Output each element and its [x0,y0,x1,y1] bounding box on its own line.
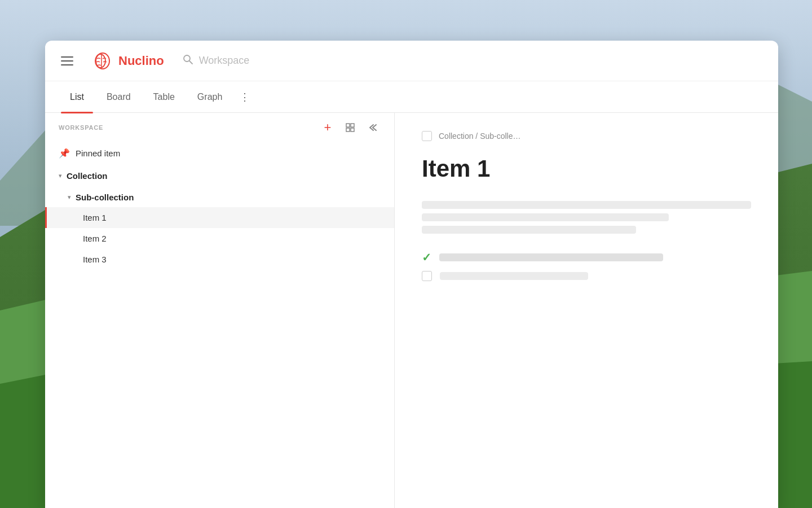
header: Nuclino Workspace [45,41,778,81]
svg-point-6 [95,54,105,68]
app-window: Nuclino Workspace List Board Table Graph… [45,41,778,508]
svg-rect-13 [351,128,354,132]
sub-collection-name: Sub-collection [76,192,369,202]
list-item-1[interactable]: Item 1 [45,207,394,228]
svg-rect-17 [374,194,378,199]
check-empty-box[interactable] [422,271,432,281]
check-done-icon[interactable]: ✓ [422,251,431,264]
svg-rect-11 [351,124,354,127]
checklist-item-2 [422,268,751,284]
checklist-line-2 [440,272,588,280]
tab-graph[interactable]: Graph [188,87,231,107]
sidebar-header: WORKSPACE + [45,113,394,142]
breadcrumb-checkbox[interactable] [422,131,432,141]
checklist-item-1: ✓ [422,247,751,268]
main-content: WORKSPACE + [45,113,778,508]
content-line-2 [422,213,669,221]
tab-table[interactable]: Table [144,87,184,107]
breadcrumb: Collection / Sub-colle… [422,131,751,141]
checklist: ✓ [422,247,751,284]
svg-rect-15 [374,173,378,177]
sidebar-list: 📌 Pinned item ▾ Collection [45,142,394,508]
sub-collection: ▾ Sub-collection Item 1 Item 2 [45,187,394,270]
breadcrumb-text: Collection / Sub-colle… [439,132,521,141]
sidebar-actions: + [320,120,381,135]
add-item-button[interactable]: + [320,120,336,135]
logo-text: Nuclino [118,54,164,68]
item-3-label: Item 3 [83,255,107,264]
list-item-3[interactable]: Item 3 [45,249,394,270]
pinned-item[interactable]: 📌 Pinned item [45,142,394,164]
svg-line-9 [189,61,192,64]
content-line-1 [422,201,751,209]
sidebar: WORKSPACE + [45,113,395,508]
search-icon [182,54,193,68]
expand-button[interactable] [342,120,358,135]
sidebar-title: WORKSPACE [59,124,320,131]
svg-rect-10 [346,124,350,127]
menu-button[interactable] [61,51,81,71]
item-1-label: Item 1 [83,213,107,222]
content-line-3 [422,226,636,234]
pin-icon: 📌 [59,148,70,159]
collection-name: Collection [67,171,369,181]
chevron-down-icon-sub: ▾ [68,194,71,201]
tab-more-button[interactable]: ⋮ [236,88,254,106]
sub-collection-header[interactable]: ▾ Sub-collection [45,187,394,207]
chevron-down-icon: ▾ [59,172,62,179]
collection: ▾ Collection ▾ Sub-collection [45,164,394,270]
collection-header[interactable]: ▾ Collection [45,164,394,187]
tab-list[interactable]: List [61,87,93,107]
search-placeholder[interactable]: Workspace [199,55,250,67]
document-area: Collection / Sub-colle… Item 1 ✓ [395,113,778,508]
brain-icon [90,50,113,72]
svg-point-8 [184,55,190,62]
item-2-label: Item 2 [83,234,107,243]
content-lines [422,201,751,234]
checklist-line-1 [439,253,663,261]
document-title: Item 1 [422,155,751,183]
tab-board[interactable]: Board [98,87,140,107]
list-item-2[interactable]: Item 2 [45,228,394,249]
collapse-button[interactable] [365,120,381,135]
pinned-item-label: Pinned item [76,148,120,158]
tabs-bar: List Board Table Graph ⋮ [45,81,778,113]
svg-rect-12 [346,128,350,132]
logo: Nuclino [90,50,164,72]
search-area: Workspace [182,54,762,68]
